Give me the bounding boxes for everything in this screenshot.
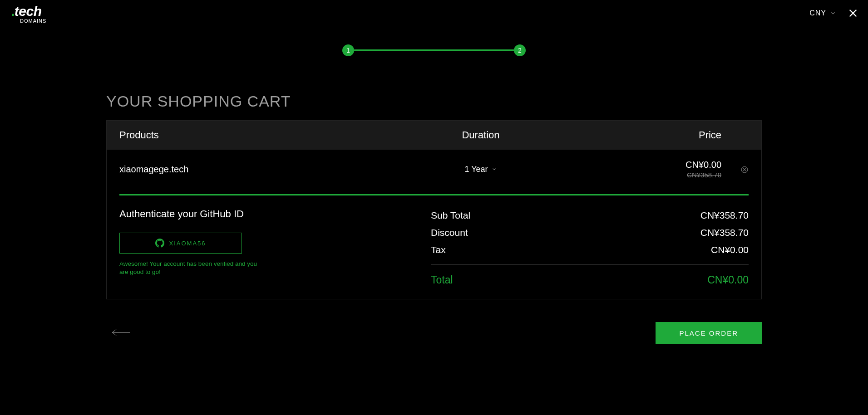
tax-row: Tax CN¥0.00 [431,244,749,255]
remove-item-icon[interactable] [740,166,749,174]
step-1: 1 [342,44,354,56]
footer: PLACE ORDER [106,322,762,344]
cart-box: Products Duration Price xiaomagege.tech … [106,120,762,299]
place-order-button[interactable]: PLACE ORDER [656,322,762,344]
close-button[interactable] [848,8,858,20]
col-price-label: Price [576,129,721,141]
total-row: Total CN¥0.00 [431,274,749,286]
subtotal-value: CN¥358.70 [700,210,749,221]
duration-selector[interactable]: 1 Year [385,165,576,174]
remove-cell [721,165,749,174]
cart-row: xiaomagege.tech 1 Year CN¥0.00 CN¥358.70 [107,150,761,184]
currency-label: CNY [809,9,826,17]
total-label: Total [431,274,453,286]
col-products-label: Products [119,129,385,141]
price-original: CN¥358.70 [576,171,721,179]
tax-value: CN¥0.00 [711,244,749,255]
cart-container: YOUR SHOPPING CART Products Duration Pri… [106,93,762,299]
col-duration-label: Duration [385,129,576,141]
currency-selector[interactable]: CNY [809,9,836,17]
chevron-down-icon [830,10,836,16]
arrow-left-icon [111,327,131,337]
auth-panel: Authenticate your GitHub ID XIAOMA56 Awe… [119,208,413,286]
close-icon [848,8,858,18]
step-2: 2 [514,44,526,56]
duration-value: 1 Year [464,165,488,174]
topbar: .tech DOMAINS CNY [0,0,868,26]
github-user: XIAOMA56 [169,240,206,247]
github-icon [155,239,164,248]
discount-label: Discount [431,227,468,238]
logo-subtext: DOMAINS [20,18,46,24]
step-line [354,49,514,51]
subtotal-label: Sub Total [431,210,470,221]
lower-panel: Authenticate your GitHub ID XIAOMA56 Awe… [107,195,761,299]
total-value: CN¥0.00 [707,274,749,286]
logo-dot: . [11,4,15,19]
logo: .tech [11,5,42,18]
logo-tech: tech [15,4,42,19]
tax-label: Tax [431,244,446,255]
totals-divider [431,264,749,265]
price-cell: CN¥0.00 CN¥358.70 [576,160,721,179]
subtotal-row: Sub Total CN¥358.70 [431,210,749,221]
progress-stepper: 1 2 [0,44,868,56]
verified-message: Awesome! Your account has been verified … [119,260,265,276]
auth-title: Authenticate your GitHub ID [119,208,413,220]
totals-panel: Sub Total CN¥358.70 Discount CN¥358.70 T… [431,208,749,286]
price-current: CN¥0.00 [576,160,721,170]
chevron-down-icon [492,166,497,172]
back-button[interactable] [111,327,131,339]
page-title: YOUR SHOPPING CART [106,93,762,110]
domain-name: xiaomagege.tech [119,164,385,175]
discount-value: CN¥358.70 [700,227,749,238]
cart-header: Products Duration Price [107,121,761,150]
discount-row: Discount CN¥358.70 [431,227,749,238]
github-auth-button[interactable]: XIAOMA56 [119,233,242,254]
